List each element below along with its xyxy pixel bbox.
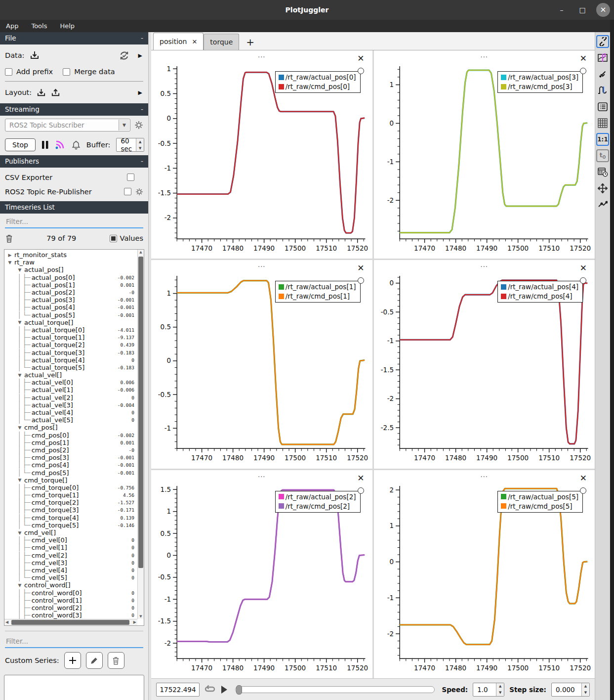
add-custom-series-button[interactable] <box>64 652 81 669</box>
spin-up-icon[interactable]: ▲ <box>582 683 589 690</box>
tree-label[interactable]: cmd_torque[2] <box>31 499 79 506</box>
plot-1[interactable]: 10.50-0.5-1-1.5-217470174801749017500175… <box>151 50 372 259</box>
spin-down-icon[interactable]: ▼ <box>136 145 144 151</box>
menu-app[interactable]: App <box>6 22 18 30</box>
tree-row[interactable]: │├─actual_torque[2]0.439 <box>4 341 137 349</box>
plot-menu-dots[interactable]: ... <box>374 471 595 479</box>
tree-row[interactable]: │├─actual_torque[4]0 <box>4 356 137 364</box>
tree-row[interactable]: │└─actual_vel[5]0 <box>4 416 137 424</box>
tree-label[interactable]: cmd_torque[1] <box>31 491 79 499</box>
tree-row[interactable]: │└─cmd_pos[5]-0.001 <box>4 469 137 476</box>
tree-row[interactable]: │├─cmd_pos[1]0.001 <box>4 439 137 446</box>
tree-row[interactable]: ▶rt_monitor_stats <box>4 251 137 259</box>
tree-label[interactable]: actual_torque[3] <box>31 349 85 356</box>
tree-row[interactable]: │├─actual_vel[0]0.006 <box>4 379 137 386</box>
tree-label[interactable]: control_word[0] <box>31 589 82 597</box>
tree-row[interactable]: │└─cmd_vel[5]0 <box>4 574 137 581</box>
legend-detach-handle[interactable] <box>358 487 364 494</box>
menu-tools[interactable]: Tools <box>31 22 47 30</box>
play-icon[interactable] <box>220 685 228 694</box>
spin-up-icon[interactable]: ▲ <box>136 138 144 145</box>
tree-label[interactable]: rt_monitor_stats <box>13 251 67 259</box>
maximize-button[interactable]: □ <box>575 3 589 17</box>
add-prefix-checkbox[interactable] <box>5 68 12 76</box>
tree-vertical-scrollbar[interactable]: ▲▼ <box>137 250 144 619</box>
legend-entry[interactable]: /rt_raw/actual_pos[4] <box>501 283 578 291</box>
tree-label[interactable]: cmd_pos[0] <box>31 432 69 439</box>
tree-label[interactable]: actual_vel[0] <box>31 379 73 386</box>
tree-label[interactable]: cmd_pos[5] <box>31 469 69 477</box>
spin-down-icon[interactable]: ▼ <box>496 690 504 696</box>
tree-row[interactable]: │├─cmd_pos[2]-0 <box>4 446 137 454</box>
tree-label[interactable]: actual_vel[2] <box>31 394 73 401</box>
tree-row[interactable]: │├─cmd_torque[1]4.56 <box>4 491 137 499</box>
tree-row[interactable]: │├─actual_vel[1]-0.006 <box>4 386 137 394</box>
tree-row[interactable]: │├─actual_pos[0]-0.002 <box>4 274 137 281</box>
collapse-dash[interactable]: - <box>141 34 143 42</box>
collapse-icon[interactable]: ▼ <box>16 267 23 272</box>
collapse-icon[interactable]: ▼ <box>16 583 23 588</box>
notifications-bell-icon[interactable] <box>72 140 81 150</box>
tree-label[interactable]: cmd_pos[1] <box>31 439 69 446</box>
plot-6[interactable]: 210-1-2174701748017490175001751017520...… <box>374 470 595 678</box>
grid-view-icon[interactable] <box>596 117 609 130</box>
tree-row[interactable]: │├─control_word[1]0 <box>4 597 137 604</box>
spin-down-icon[interactable]: ▼ <box>582 690 589 696</box>
plot-close-icon[interactable]: ✕ <box>357 264 364 272</box>
plot-legend[interactable]: /rt_raw/actual_pos[4]/rt_raw/cmd_pos[4] <box>497 281 583 303</box>
streaming-section-header[interactable]: Streaming - <box>0 103 148 116</box>
tree-label[interactable]: actual_torque[2] <box>31 341 85 349</box>
legend-entry[interactable]: /rt_raw/cmd_pos[2] <box>279 502 356 510</box>
plot-close-icon[interactable]: ✕ <box>357 54 364 63</box>
csv-exporter-checkbox[interactable] <box>127 174 134 181</box>
legend-detach-handle[interactable] <box>358 277 364 284</box>
custom-series-filter-input[interactable]: Filter... <box>5 636 143 648</box>
tree-label[interactable]: cmd_torque[3] <box>31 506 79 514</box>
tree-row[interactable]: │├─control_word[3]0 <box>4 612 137 619</box>
legend-entry[interactable]: /rt_raw/actual_pos[0] <box>279 73 356 81</box>
tree-label[interactable]: cmd_torque[5] <box>31 522 79 529</box>
edit-custom-series-button[interactable] <box>86 652 103 669</box>
file-section-header[interactable]: File - <box>0 32 148 44</box>
tree-row[interactable]: │├─cmd_vel[1]0 <box>4 544 137 551</box>
tree-row[interactable]: │├─cmd_pos[3]-0.001 <box>4 454 137 461</box>
tree-label[interactable]: actual_torque[5] <box>31 364 85 371</box>
spin-up-icon[interactable]: ▲ <box>496 683 504 690</box>
collapse-icon[interactable]: ▼ <box>16 478 23 482</box>
tree-row[interactable]: ▼cmd_pos[] <box>4 424 137 431</box>
loop-icon[interactable] <box>205 685 215 695</box>
custom-series-list[interactable] <box>4 675 144 700</box>
tree-label[interactable]: actual_pos[1] <box>31 281 75 289</box>
collapse-icon[interactable]: ▼ <box>16 425 23 430</box>
legend-entry[interactable]: /rt_raw/actual_pos[1] <box>279 283 356 291</box>
expand-icon[interactable]: ▶ <box>6 253 13 258</box>
tree-row[interactable]: │├─actual_vel[4]0 <box>4 409 137 416</box>
tree-row[interactable]: │├─cmd_pos[4]-0.001 <box>4 461 137 469</box>
ratio-1-1-icon[interactable]: 1:1 <box>596 133 609 146</box>
tree-row[interactable]: │├─actual_vel[2]0 <box>4 394 137 401</box>
pause-icon[interactable] <box>41 140 49 149</box>
tree-label[interactable]: actual_torque[1] <box>31 334 85 341</box>
add-tab-button[interactable]: + <box>239 36 261 48</box>
timeseries-filter-input[interactable]: Filter... <box>5 217 143 228</box>
tree-row[interactable]: │└─cmd_torque[5]-0.146 <box>4 522 137 529</box>
streaming-settings-gear-icon[interactable] <box>134 121 143 130</box>
legend-detach-handle[interactable] <box>358 68 364 74</box>
plot-menu-dots[interactable]: ... <box>374 261 595 268</box>
tree-row[interactable]: │├─cmd_vel[4]0 <box>4 567 137 574</box>
plot-3[interactable]: 10.50-0.5-117470174801749017500175101752… <box>151 260 372 468</box>
date-time-icon[interactable] <box>596 166 609 178</box>
menu-help[interactable]: Help <box>60 22 75 30</box>
tree-label[interactable]: cmd_vel[1] <box>31 544 67 551</box>
plot-legend[interactable]: /rt_raw/actual_pos[2]/rt_raw/cmd_pos[2] <box>275 491 361 513</box>
tree-label[interactable]: actual_pos[] <box>23 266 64 273</box>
tree-row[interactable]: │├─cmd_torque[3]-0.171 <box>4 506 137 514</box>
tree-label[interactable]: actual_vel[3] <box>31 401 73 409</box>
zoom-to-point-icon[interactable] <box>596 68 609 81</box>
collapse-icon[interactable]: ▼ <box>16 320 23 325</box>
close-button[interactable]: ✕ <box>596 3 610 17</box>
buffer-spinbox[interactable]: 60 sec ▲▼ <box>116 138 144 152</box>
tree-row[interactable]: ▼control_word[] <box>4 581 137 589</box>
speed-spinbox[interactable]: 1.0 ▲▼ <box>473 683 504 697</box>
tree-label[interactable]: actual_pos[0] <box>31 274 75 281</box>
